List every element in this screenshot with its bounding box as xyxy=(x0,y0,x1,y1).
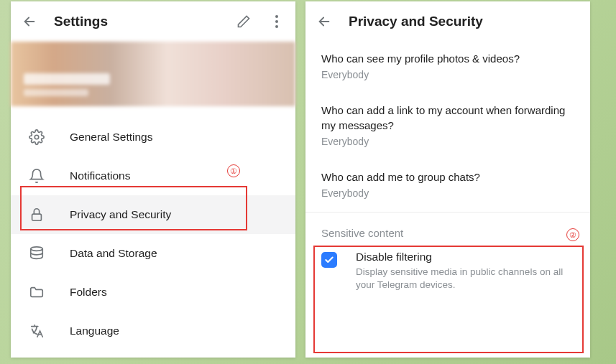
privacy-question: Who can add me to group chats? xyxy=(321,170,574,185)
language-icon xyxy=(28,322,45,340)
settings-header: Settings xyxy=(11,1,295,42)
privacy-value: Everybody xyxy=(321,136,574,147)
menu-label: Privacy and Security xyxy=(70,208,171,221)
settings-menu: General Settings Notifications Privacy a… xyxy=(11,106,295,350)
privacy-value: Everybody xyxy=(321,69,574,80)
privacy-item-groups[interactable]: Who can add me to group chats? Everybody xyxy=(321,160,574,212)
privacy-header: Privacy and Security xyxy=(305,1,590,42)
sensitive-row[interactable]: Disable filtering Display sensitive medi… xyxy=(305,251,590,303)
sidebar-item-general[interactable]: General Settings xyxy=(11,118,295,157)
back-icon[interactable] xyxy=(316,13,333,30)
privacy-question: Who can add a link to my account when fo… xyxy=(321,103,574,133)
menu-label: General Settings xyxy=(70,131,152,144)
privacy-title: Privacy and Security xyxy=(349,14,580,29)
svg-rect-1 xyxy=(32,214,42,220)
gear-icon xyxy=(28,129,45,146)
sensitive-text: Disable filtering Display sensitive medi… xyxy=(356,251,574,291)
disable-filtering-checkbox[interactable] xyxy=(321,252,337,268)
sidebar-item-data[interactable]: Data and Storage xyxy=(11,234,295,273)
sidebar-item-folders[interactable]: Folders xyxy=(11,273,295,312)
privacy-item-photos[interactable]: Who can see my profile photos & videos? … xyxy=(321,42,574,93)
edit-icon[interactable] xyxy=(235,13,252,30)
settings-panel: Settings General Settings Notifications xyxy=(11,1,295,358)
database-icon xyxy=(28,245,45,262)
profile-hero[interactable] xyxy=(11,42,295,106)
svg-point-2 xyxy=(31,247,43,251)
settings-title: Settings xyxy=(54,14,219,29)
privacy-panel: Privacy and Security Who can see my prof… xyxy=(305,1,590,358)
sidebar-item-privacy[interactable]: Privacy and Security xyxy=(11,195,295,234)
folder-icon xyxy=(28,284,45,301)
menu-label: Notifications xyxy=(70,169,130,182)
sensitive-title: Disable filtering xyxy=(356,251,574,263)
sidebar-item-notifications[interactable]: Notifications xyxy=(11,157,295,195)
menu-label: Folders xyxy=(70,286,107,299)
privacy-question: Who can see my profile photos & videos? xyxy=(321,52,574,66)
privacy-list: Who can see my profile photos & videos? … xyxy=(305,42,590,212)
menu-label: Language xyxy=(70,325,119,337)
more-icon[interactable] xyxy=(268,13,285,30)
sidebar-item-language[interactable]: Language xyxy=(11,312,295,350)
back-icon[interactable] xyxy=(21,13,38,30)
privacy-item-forward[interactable]: Who can add a link to my account when fo… xyxy=(321,93,574,160)
sensitive-header: Sensitive content xyxy=(305,213,590,251)
bell-icon xyxy=(28,167,45,185)
menu-label: Data and Storage xyxy=(70,247,157,260)
privacy-value: Everybody xyxy=(321,187,574,199)
svg-point-0 xyxy=(35,135,39,139)
sensitive-desc: Display sensitive media in public channe… xyxy=(356,266,574,291)
lock-icon xyxy=(28,206,45,223)
